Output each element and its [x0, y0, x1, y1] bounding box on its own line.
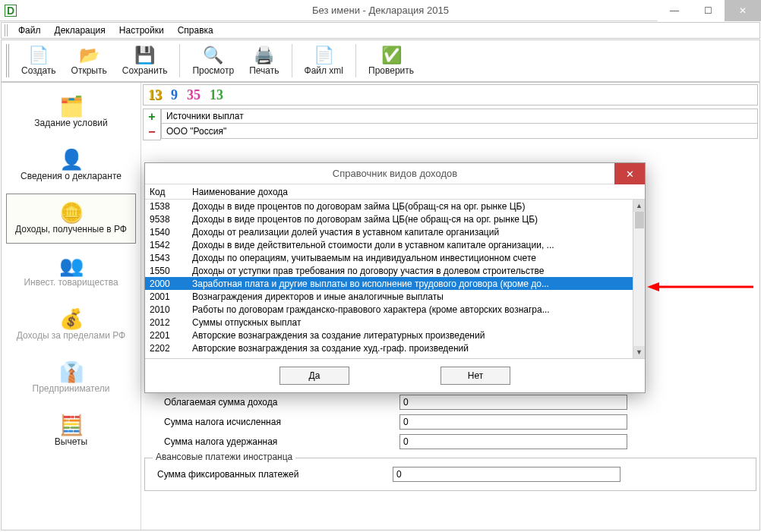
bag-icon: 💰	[59, 308, 84, 331]
save-label: Сохранить	[122, 65, 168, 76]
scroll-down-icon[interactable]: ▼	[633, 346, 645, 358]
income-type-row[interactable]: 9538Доходы в виде процентов по договорам…	[145, 212, 645, 225]
xml-file-icon: 📄	[314, 46, 334, 65]
open-button[interactable]: 📂Открыть	[64, 42, 115, 80]
open-label: Открыть	[71, 65, 107, 76]
close-button[interactable]: ✕	[725, 0, 761, 21]
add-source-button[interactable]: +	[144, 109, 160, 124]
income-type-row[interactable]: 2000Заработная плата и другие выплаты во…	[145, 277, 645, 290]
income-type-row[interactable]: 1540Доходы от реализации долей участия в…	[145, 225, 645, 238]
open-folder-icon: 📂	[79, 46, 99, 65]
toolbar-grip-icon	[6, 44, 9, 77]
sidebar-item-income-abroad[interactable]: 💰Доходы за пределами РФ	[6, 300, 136, 350]
col-name[interactable]: Наименование дохода	[188, 187, 645, 197]
briefcase-icon: 👔	[59, 361, 84, 384]
toolbar-grip-icon	[5, 24, 8, 36]
dialog-title: Справочник видов доходов ✕	[145, 163, 645, 184]
sidebar: 🗂️Задание условий 👤Сведения о декларанте…	[2, 83, 141, 530]
sidebar-label: Доходы, полученные в РФ	[15, 225, 127, 235]
row-code: 2201	[145, 330, 188, 341]
col-code[interactable]: Код	[145, 187, 188, 197]
income-type-row[interactable]: 2012Суммы отпускных выплат	[145, 316, 645, 329]
separator	[292, 44, 292, 77]
total-label: Облагаемая сумма дохода	[164, 397, 399, 408]
separator	[179, 44, 180, 77]
row-code: 9538	[145, 214, 188, 225]
row-code: 2012	[145, 317, 188, 328]
income-type-row[interactable]: 2010Работы по договорам гражданско-право…	[145, 303, 645, 316]
xml-label: Файл xml	[305, 65, 344, 76]
income-type-row[interactable]: 2201Авторские вознаграждения за создание…	[145, 329, 645, 342]
sidebar-label: Вычеты	[55, 437, 87, 447]
sidebar-label: Инвест. товарищества	[24, 278, 118, 288]
advance-row: Сумма фиксированных платежей	[157, 464, 748, 484]
income-type-row[interactable]: 2202Авторские вознаграждения за создание…	[145, 342, 645, 354]
total-label: Сумма налога удержанная	[164, 436, 399, 447]
row-name: Авторские вознаграждения за создание худ…	[188, 343, 645, 354]
dialog-close-button[interactable]: ✕	[614, 163, 645, 184]
print-button[interactable]: 🖨️Печать	[242, 42, 286, 80]
minimize-button[interactable]: —	[658, 0, 691, 21]
print-label: Печать	[249, 65, 279, 76]
income-type-row[interactable]: 1550Доходы от уступки прав требования по…	[145, 264, 645, 277]
scroll-up-icon[interactable]: ▲	[633, 200, 645, 212]
total-label: Сумма налога исчисленная	[164, 417, 399, 427]
sidebar-label: Предприниматели	[33, 384, 110, 394]
row-code: 1542	[145, 240, 188, 250]
tax-calculated-input[interactable]	[399, 414, 627, 430]
menu-file[interactable]: Файл	[12, 24, 47, 37]
tax-withheld-input[interactable]	[399, 434, 627, 449]
check-label: Проверить	[368, 65, 414, 76]
rate-tabs: 13 9 35 13	[143, 84, 758, 105]
yes-button[interactable]: Да	[279, 367, 349, 385]
income-type-row[interactable]: 1543Доходы по операциям, учитываемым на …	[145, 251, 645, 264]
source-item[interactable]: ООО "Россия"	[161, 124, 758, 139]
row-name: Доходы от уступки прав требования по дог…	[188, 266, 645, 276]
menu-declaration[interactable]: Декларация	[49, 24, 112, 37]
dialog-list[interactable]: 1538Доходы в виде процентов по договорам…	[145, 200, 645, 359]
sidebar-item-entrepreneurs[interactable]: 👔Предприниматели	[6, 353, 136, 403]
scrollbar[interactable]: ▲ ▼	[633, 200, 645, 358]
coins-icon: 🪙	[59, 202, 84, 225]
tab-rate-9[interactable]: 9	[168, 87, 181, 103]
menu-settings[interactable]: Настройки	[113, 24, 170, 37]
tab-rate-35[interactable]: 35	[184, 87, 204, 103]
preview-icon: 🔍	[203, 46, 223, 65]
total-row: Сумма налога удержанная	[164, 432, 747, 452]
window-title: Без имени - Декларация 2015	[0, 5, 761, 16]
people-icon: 👥	[59, 255, 84, 278]
check-button[interactable]: ✅Проверить	[361, 42, 422, 80]
sidebar-item-invest[interactable]: 👥Инвест. товарищества	[6, 247, 136, 297]
new-file-icon: 📄	[28, 46, 49, 65]
maximize-button[interactable]: ☐	[691, 0, 725, 21]
row-code: 2000	[145, 279, 188, 289]
advance-legend: Авансовые платежи иностранца	[153, 452, 295, 462]
income-type-row[interactable]: 2001Вознаграждения директоров и иные ана…	[145, 290, 645, 303]
row-name: Суммы отпускных выплат	[188, 317, 645, 328]
total-row: Сумма налога исчисленная	[164, 412, 747, 432]
row-name: Доходы в виде процентов по договорам зай…	[188, 214, 645, 225]
xml-button[interactable]: 📄Файл xml	[297, 42, 352, 80]
sidebar-item-income-rf[interactable]: 🪙Доходы, полученные в РФ	[6, 194, 136, 244]
row-name: Вознаграждения директоров и иные аналоги…	[188, 291, 645, 302]
scroll-thumb[interactable]	[635, 212, 644, 228]
menu-help[interactable]: Справка	[172, 24, 219, 37]
preview-button[interactable]: 🔍Просмотр	[185, 42, 242, 80]
create-button[interactable]: 📄Создать	[14, 42, 64, 80]
tab-rate-13-green[interactable]: 13	[207, 87, 226, 103]
taxable-income-input[interactable]	[399, 395, 627, 410]
income-type-row[interactable]: 1542Доходы в виде действительной стоимос…	[145, 238, 645, 251]
sidebar-item-declarant[interactable]: 👤Сведения о декларанте	[6, 140, 136, 190]
advance-input[interactable]	[393, 467, 620, 482]
tab-rate-13-yellow[interactable]: 13	[145, 87, 165, 103]
print-icon: 🖨️	[254, 46, 274, 65]
sidebar-item-conditions[interactable]: 🗂️Задание условий	[6, 87, 136, 137]
sidebar-label: Сведения о декларанте	[21, 172, 122, 181]
income-type-row[interactable]: 1538Доходы в виде процентов по договорам…	[145, 200, 645, 212]
save-icon: 💾	[134, 46, 155, 65]
row-name: Доходы от реализации долей участия в уст…	[188, 227, 645, 238]
sidebar-item-deductions[interactable]: 🧮Вычеты	[6, 406, 136, 456]
remove-source-button[interactable]: −	[144, 124, 160, 140]
save-button[interactable]: 💾Сохранить	[115, 42, 175, 80]
no-button[interactable]: Нет	[440, 367, 510, 385]
